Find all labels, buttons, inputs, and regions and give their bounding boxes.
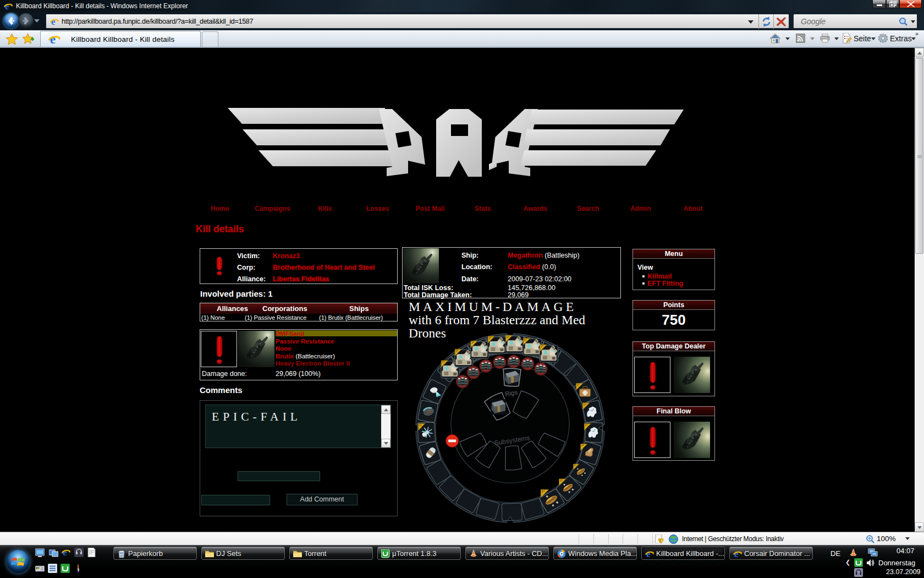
svg-text:!: !: [659, 538, 661, 543]
svg-text:99: 99: [37, 567, 40, 570]
